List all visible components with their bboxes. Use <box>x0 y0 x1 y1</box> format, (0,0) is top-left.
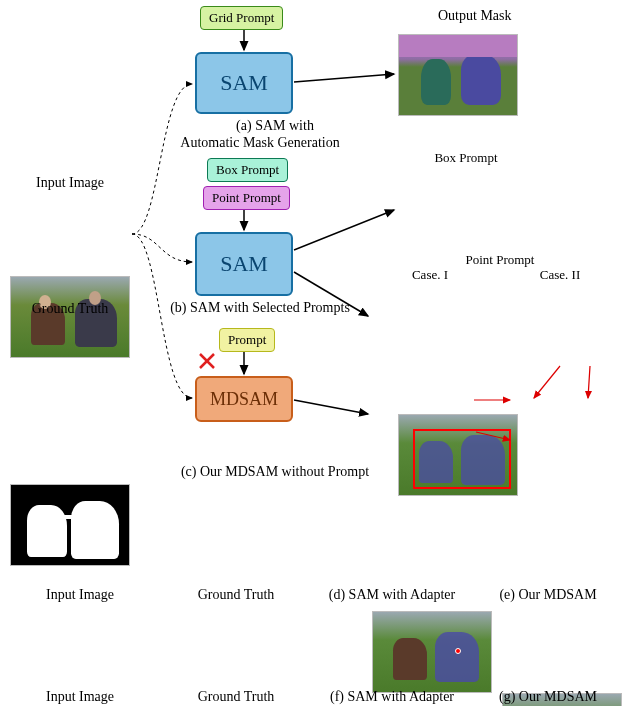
row2-c4-text: (e) Our MDSAM <box>499 587 596 602</box>
connectors <box>0 0 640 500</box>
row2-c1-text: Input Image <box>46 587 114 602</box>
row2-c2-text: Ground Truth <box>198 587 275 602</box>
row2-c3: (d) SAM with Adapter <box>324 587 460 603</box>
svg-line-5 <box>294 210 394 250</box>
row3-c1: Input Image <box>12 689 148 705</box>
svg-line-9 <box>534 366 560 398</box>
case1-thumb <box>372 611 492 693</box>
row3-c3: (f) SAM with Adapter <box>324 689 460 705</box>
row2-c3-text: (d) SAM with Adapter <box>329 587 455 602</box>
svg-line-12 <box>476 432 510 440</box>
svg-line-8 <box>294 400 368 414</box>
row3-c2: Ground Truth <box>168 689 304 705</box>
row2-c4: (e) Our MDSAM <box>480 587 616 603</box>
row2-c1: Input Image <box>12 587 148 603</box>
row2-c2: Ground Truth <box>168 587 304 603</box>
svg-line-3 <box>294 74 394 82</box>
row3-c2-text: Ground Truth <box>198 689 275 704</box>
svg-line-6 <box>294 272 368 316</box>
row3-c3-text: (f) SAM with Adapter <box>330 689 454 704</box>
row3-c4-text: (g) Our MDSAM <box>499 689 597 704</box>
svg-line-10 <box>588 366 590 398</box>
row3-c1-text: Input Image <box>46 689 114 704</box>
row3-c4: (g) Our MDSAM <box>480 689 616 705</box>
